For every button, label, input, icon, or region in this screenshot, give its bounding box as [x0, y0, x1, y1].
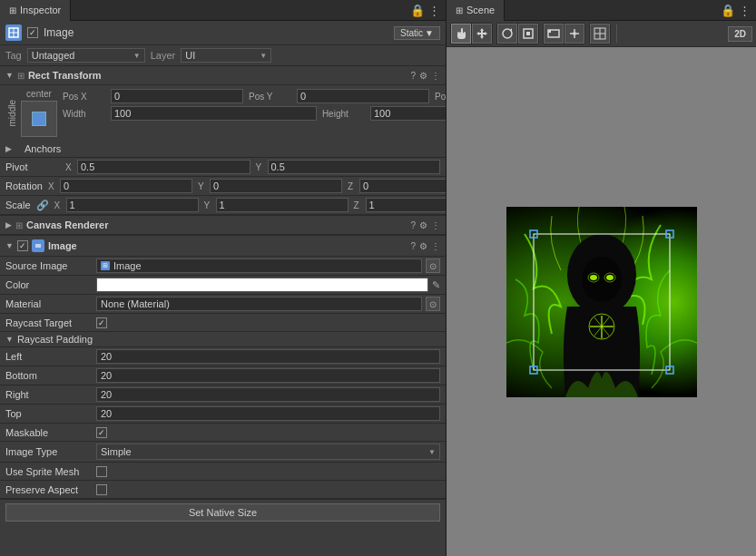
raycast-target-value: [96, 317, 440, 328]
scene-viewport[interactable]: [447, 47, 756, 556]
scene-2d-button[interactable]: 2D: [728, 26, 752, 42]
padding-bottom-input[interactable]: [96, 368, 440, 383]
rect-transform-settings-icon[interactable]: ⚙: [419, 71, 427, 81]
scene-image: [506, 207, 697, 397]
svg-point-10: [573, 32, 576, 35]
rect-transform-lock-icon: ⊞: [17, 71, 25, 81]
inspector-lock-icon[interactable]: 🔒: [410, 5, 425, 16]
scale-y-axis-label: Y: [204, 200, 213, 210]
padding-right-value: [96, 387, 440, 402]
custom-tool-btn[interactable]: [590, 24, 610, 44]
scene-tab[interactable]: ⊞ Scene: [447, 0, 505, 21]
scale-y-input[interactable]: [216, 198, 349, 212]
raycast-padding-label: Raycast Padding: [17, 334, 93, 345]
material-value: None (Material) ⊙: [96, 297, 440, 311]
rect-transform-collapse-icon: ▼: [5, 71, 14, 80]
image-active-checkbox[interactable]: [17, 240, 28, 251]
image-component-icon: [32, 239, 44, 252]
rt-width-input[interactable]: [111, 106, 317, 121]
padding-top-label: Top: [5, 408, 96, 419]
rect-transform-body: middle center Pos X: [0, 85, 446, 216]
padding-top-input[interactable]: [96, 406, 440, 421]
rot-x-input[interactable]: [60, 179, 192, 193]
scene-lock-icon[interactable]: 🔒: [721, 4, 735, 17]
material-field[interactable]: None (Material): [96, 297, 422, 311]
raycast-padding-header[interactable]: ▼ Raycast Padding: [0, 332, 446, 347]
svg-point-20: [590, 275, 597, 280]
source-image-field[interactable]: ⊞ Image: [96, 258, 422, 273]
canvas-renderer-settings-icon[interactable]: ⚙: [419, 220, 427, 230]
move-tool-btn[interactable]: [472, 24, 492, 44]
image-help-icon[interactable]: ?: [410, 241, 416, 251]
raycast-target-checkbox[interactable]: [96, 317, 107, 328]
source-image-row: Source Image ⊞ Image ⊙: [0, 257, 446, 276]
maskable-checkbox[interactable]: [96, 427, 107, 438]
layer-dropdown[interactable]: UI ▼: [181, 48, 271, 63]
scene-tab-bar: ⊞ Scene 🔒 ⋮: [447, 0, 756, 21]
preserve-aspect-label: Preserve Aspect: [5, 484, 96, 495]
rect-transform-header[interactable]: ▼ ⊞ Rect Transform ? ⚙ ⋮: [0, 66, 446, 85]
pivot-x-input[interactable]: [77, 160, 250, 174]
scale-tool-btn[interactable]: [518, 24, 538, 44]
padding-bottom-value: [96, 368, 440, 383]
rot-y-input[interactable]: [210, 179, 342, 193]
rt-posx-input[interactable]: [111, 89, 243, 103]
use-sprite-mesh-row: Use Sprite Mesh: [0, 463, 446, 481]
preserve-aspect-checkbox[interactable]: [96, 484, 107, 495]
canvas-renderer-menu-icon[interactable]: ⋮: [431, 220, 440, 230]
rt-diagram[interactable]: [21, 101, 57, 137]
rt-height-input[interactable]: [370, 106, 446, 121]
svg-point-19: [582, 257, 622, 302]
set-native-size-button[interactable]: Set Native Size: [5, 503, 440, 522]
rotate-tool-btn[interactable]: [497, 24, 517, 44]
scale-x-input[interactable]: [66, 198, 199, 212]
inspector-scroll-area[interactable]: ▼ ⊞ Rect Transform ? ⚙ ⋮ middle center: [0, 66, 446, 556]
rt-diagram-area: center: [21, 89, 57, 137]
source-image-select-btn[interactable]: ⊙: [426, 258, 440, 273]
rot-y-axis-label: Y: [198, 181, 207, 191]
scene-menu-icon[interactable]: ⋮: [739, 4, 751, 17]
color-picker-icon[interactable]: ✎: [432, 279, 440, 291]
image-actions: ? ⚙ ⋮: [410, 241, 440, 251]
raycast-target-row: Raycast Target: [0, 314, 446, 332]
pivot-y-input[interactable]: [268, 160, 441, 174]
use-sprite-mesh-checkbox[interactable]: [96, 466, 107, 477]
raycast-target-label: Raycast Target: [5, 317, 96, 328]
tag-dropdown[interactable]: Untagged ▼: [27, 48, 145, 63]
color-field[interactable]: [96, 278, 428, 292]
inspector-tab[interactable]: ⊞ Inspector: [0, 0, 71, 21]
rt-posz-label: Pos Z: [435, 92, 446, 102]
rt-fields: Pos X Pos Y Pos Z: [63, 89, 446, 137]
image-component-title: Image: [48, 240, 77, 251]
rt-posy-input[interactable]: [297, 89, 429, 103]
padding-left-input[interactable]: [96, 349, 440, 364]
scale-z-input[interactable]: [366, 198, 446, 212]
hand-tool-btn[interactable]: [451, 24, 471, 44]
scale-z-axis-label: Z: [354, 200, 363, 210]
image-collapse-icon: ▼: [5, 241, 14, 250]
canvas-renderer-section: ▶ ⊞ Canvas Renderer ? ⚙ ⋮: [0, 216, 446, 236]
image-menu-icon[interactable]: ⋮: [431, 241, 440, 251]
rect-tool-btn[interactable]: [544, 24, 564, 44]
padding-top-value: [96, 406, 440, 421]
rect-transform-menu-icon[interactable]: ⋮: [431, 71, 440, 81]
image-type-row: Image Type Simple ▼: [0, 442, 446, 463]
material-select-btn[interactable]: ⊙: [426, 297, 440, 311]
image-type-dropdown[interactable]: Simple ▼: [96, 444, 440, 460]
canvas-renderer-help-icon[interactable]: ?: [410, 220, 416, 230]
rect-transform-help-icon[interactable]: ?: [410, 71, 416, 81]
material-text: None (Material): [101, 298, 170, 309]
svg-rect-9: [548, 30, 551, 33]
inspector-menu-icon[interactable]: ⋮: [428, 5, 440, 16]
gameobject-active-checkbox[interactable]: [27, 27, 38, 38]
pivot-row: Pivot X Y: [0, 158, 446, 177]
rot-z-input[interactable]: [359, 179, 446, 193]
layer-value: UI: [185, 50, 195, 61]
image-settings-icon[interactable]: ⚙: [419, 241, 427, 251]
canvas-renderer-header[interactable]: ▶ ⊞ Canvas Renderer ? ⚙ ⋮: [0, 216, 446, 235]
padding-right-input[interactable]: [96, 387, 440, 402]
image-component-header[interactable]: ▼ Image ? ⚙ ⋮: [0, 236, 446, 257]
static-badge[interactable]: Static ▼: [394, 26, 440, 40]
transform-tool-btn[interactable]: [565, 24, 584, 44]
source-image-label: Source Image: [5, 260, 96, 271]
